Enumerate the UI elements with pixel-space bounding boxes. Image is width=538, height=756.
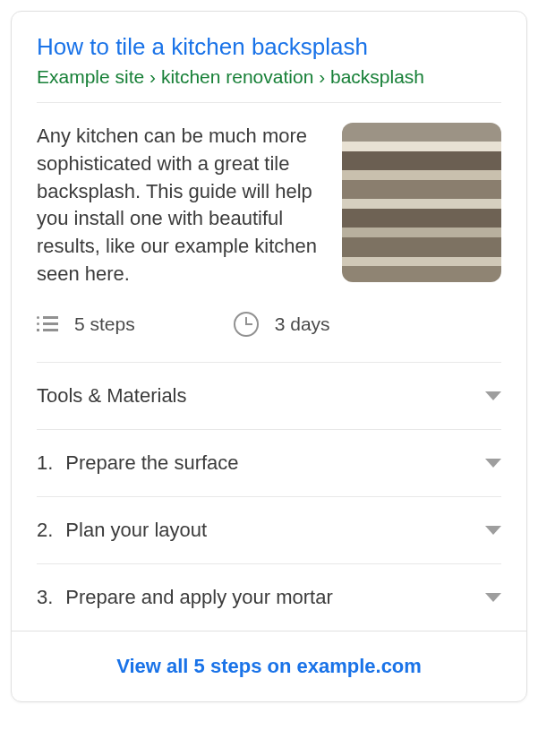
card-header: How to tile a kitchen backsplash Example… [12, 12, 526, 102]
meta-row: 5 steps 3 days [12, 292, 526, 362]
chevron-down-icon [485, 526, 501, 535]
chevron-down-icon [485, 391, 501, 400]
result-title[interactable]: How to tile a kitchen backsplash [37, 33, 501, 61]
thumbnail-image[interactable] [342, 123, 501, 282]
steps-count: 5 steps [74, 314, 135, 335]
step-number: 2. [37, 519, 53, 542]
result-card: How to tile a kitchen backsplash Example… [11, 11, 527, 702]
breadcrumb[interactable]: Example site › kitchen renovation › back… [37, 66, 501, 88]
chevron-down-icon [485, 593, 501, 602]
step-number: 3. [37, 586, 53, 609]
list-icon [37, 315, 58, 333]
steps-meta: 5 steps [37, 314, 135, 335]
step-row-3[interactable]: 3. Prepare and apply your mortar [37, 563, 501, 631]
content-row: Any kitchen can be much more sophisticat… [12, 103, 526, 292]
clock-icon [234, 312, 259, 337]
description-text: Any kitchen can be much more sophisticat… [37, 123, 324, 288]
step-label: Plan your layout [65, 519, 207, 542]
tools-label: Tools & Materials [37, 384, 187, 408]
step-row-1[interactable]: 1. Prepare the surface [37, 429, 501, 496]
chevron-down-icon [485, 459, 501, 468]
card-footer: View all 5 steps on example.com [12, 631, 526, 701]
duration-meta: 3 days [234, 312, 330, 337]
view-all-link[interactable]: View all 5 steps on example.com [116, 655, 422, 677]
tools-section[interactable]: Tools & Materials [37, 362, 501, 429]
duration-text: 3 days [275, 314, 330, 335]
step-label: Prepare and apply your mortar [65, 586, 332, 609]
step-row-2[interactable]: 2. Plan your layout [37, 496, 501, 563]
step-number: 1. [37, 451, 53, 475]
step-label: Prepare the surface [65, 451, 238, 475]
